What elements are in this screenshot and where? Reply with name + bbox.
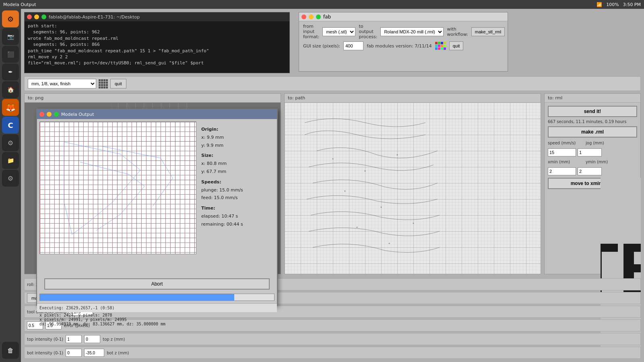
bottom-toolbar-5: top intensity (0-1) top z (mm) (24, 333, 641, 345)
toolbar-grid-icon (99, 79, 108, 88)
sidebar-icon-firefox[interactable]: 🦊 (2, 99, 19, 116)
terminal-line-6: rml_move xy 2 2 (28, 54, 286, 60)
rml-panel-header: to: rml (545, 94, 640, 103)
workflow-button[interactable]: make_stl_rml (471, 27, 505, 36)
origin-label: Origin: (201, 125, 273, 134)
svg-point-33 (345, 191, 346, 192)
sidebar-icon-chromium[interactable]: C (2, 117, 19, 134)
output-process-select[interactable]: Roland MDX-20 mill (.rml) (380, 27, 444, 36)
fab-content: from input format: mesh (.stl) to output… (299, 21, 508, 55)
xmin-ymin-inputs (548, 167, 637, 175)
fab-quit-button[interactable]: quit (449, 41, 464, 50)
speed-label: speed (mm/s) (548, 141, 584, 145)
svg-point-30 (332, 158, 334, 160)
size-x: x: 80.8 mm (201, 161, 227, 166)
executing-text: Executing: Z3629,2657,-1 (0:58) (39, 306, 115, 310)
coords-1: x pixels: 2424, y pixels: 2078 (39, 313, 275, 317)
dialog-max-btn[interactable] (54, 112, 59, 117)
to-output-label: to output process: (359, 24, 377, 39)
plunge-speed: plunge: 15.0 mm/s (201, 187, 243, 193)
fab-min-btn[interactable] (309, 14, 314, 19)
svg-point-37 (389, 243, 390, 244)
fab-titlebar: fab (299, 12, 508, 21)
to-rml-label: to: rml (548, 95, 562, 101)
send-it-button[interactable]: send it! (548, 106, 637, 117)
terminal-max-btn[interactable] (41, 14, 46, 19)
sidebar-icon-inkscape[interactable]: ✒ (2, 64, 19, 80)
make-rml-button[interactable]: make .rml (548, 126, 637, 138)
dialog-min-btn[interactable] (47, 112, 52, 117)
gui-size-input[interactable]: 400 (343, 41, 363, 50)
terminal-line-3: wrote fab_mod_moldncast repeat.rml (28, 35, 286, 41)
toolbar-quit-button[interactable]: quit (110, 79, 126, 88)
path-panel-body (285, 103, 541, 274)
modela-grid-overlay (40, 122, 196, 254)
dialog-close-btn[interactable] (39, 112, 44, 117)
origin-x: x: 9.9 mm (201, 135, 224, 140)
svg-point-31 (365, 171, 366, 172)
speed-input[interactable] (548, 148, 576, 156)
top-intensity-input[interactable] (66, 335, 82, 343)
taskbar-title: Modela Output (3, 2, 36, 7)
input-format-select[interactable]: mesh (.stl) (322, 27, 355, 36)
terminal-close-btn[interactable] (27, 14, 32, 19)
size-label: Size: (201, 152, 273, 160)
bot-intensity-input[interactable] (66, 349, 82, 357)
with-workflow-label: with workflow: (447, 27, 468, 37)
dialog-canvas (39, 121, 196, 254)
svg-point-35 (413, 223, 414, 224)
svg-point-36 (357, 227, 358, 228)
path-panel-header: to: path (285, 94, 541, 103)
speeds-label: Speeds: (201, 178, 273, 186)
fab-close-btn[interactable] (301, 14, 306, 19)
progress-bar-inner (40, 294, 234, 300)
sidebar-icon-trash[interactable]: 🗑 (2, 342, 19, 359)
dialog-progress-row (37, 291, 277, 303)
path-canvas (285, 103, 541, 274)
terminal-line-7: file="rml_move.rml"; port=/dev/ttyUSB0; … (28, 60, 286, 66)
ymin-label: ymin (mm) (586, 160, 622, 164)
xmin-ymin-labels: xmin (mm) ymin (mm) (548, 160, 637, 164)
fab-gui-row: GUI size (pixels): 400 fab modules versi… (303, 41, 504, 50)
svg-point-32 (397, 154, 398, 156)
terminal-titlebar: fablab@fablab-Aspire-E1-731: ~/Desktop (25, 12, 289, 21)
terminal-min-btn[interactable] (34, 14, 39, 19)
jog-input[interactable] (578, 148, 602, 156)
origin-y: y: 9.9 mm (201, 143, 223, 148)
path-svg (285, 103, 541, 274)
bot-z-input[interactable] (84, 349, 104, 357)
fab-max-btn[interactable] (316, 14, 321, 19)
xmin-label: xmin (mm) (548, 160, 584, 164)
modela-dialog: Modela Output Origin: x: 9.9 mm y: 9.9 m… (36, 109, 278, 306)
ymin-input[interactable] (578, 167, 602, 175)
bot-intensity-label: bot intensity (0-1) (27, 351, 63, 355)
top-z-input[interactable] (84, 335, 100, 343)
middle-toolbar: mm, 1/8, wax, finish quit (24, 76, 641, 91)
coords-3: dx: 96.994919 mm, dy: 83.136627 mm, dz: … (39, 322, 275, 326)
dialog-titlebar: Modela Output (37, 109, 277, 119)
xmin-input[interactable] (548, 167, 576, 175)
process-dropdown[interactable]: mm, 1/8, wax, finish (28, 79, 96, 88)
sidebar-icon-terminal[interactable]: ⬛ (2, 46, 19, 63)
sidebar-icon-files[interactable]: 📁 (2, 152, 19, 169)
coords-2: x pixels/m: 24991, y pixels/m: 24995 (39, 317, 275, 322)
fab-window: fab from input format: mesh (.stl) to ou… (299, 12, 508, 72)
battery-status: 100% (606, 2, 619, 7)
sidebar-icon-settings[interactable]: ⚙ (2, 134, 19, 151)
size-y: y: 67.7 mm (201, 169, 226, 174)
png-panel-header: to: png (25, 94, 281, 103)
wifi-icon: 📶 (597, 2, 602, 7)
sidebar-icon-settings2[interactable]: ⚙ (2, 170, 19, 187)
abort-button[interactable]: Abort (44, 278, 270, 290)
speed-jog-inputs (548, 148, 637, 156)
dialog-coords: x pixels: 2424, y pixels: 2078 x pixels/… (37, 312, 277, 328)
dialog-body: Origin: x: 9.9 mm y: 9.9 mm Size: x: 80.… (37, 119, 277, 277)
terminal-line-1: path start: (28, 23, 286, 29)
sidebar-icon-camera[interactable]: 📷 (2, 28, 19, 45)
svg-rect-29 (285, 103, 541, 274)
clock: 3:50 PM (623, 2, 641, 7)
sidebar-icon-system[interactable]: ⚙ (2, 10, 19, 27)
dialog-title: Modela Output (61, 112, 94, 117)
progress-bar-outer (39, 294, 275, 301)
sidebar-icon-home[interactable]: 🏠 (2, 81, 19, 98)
